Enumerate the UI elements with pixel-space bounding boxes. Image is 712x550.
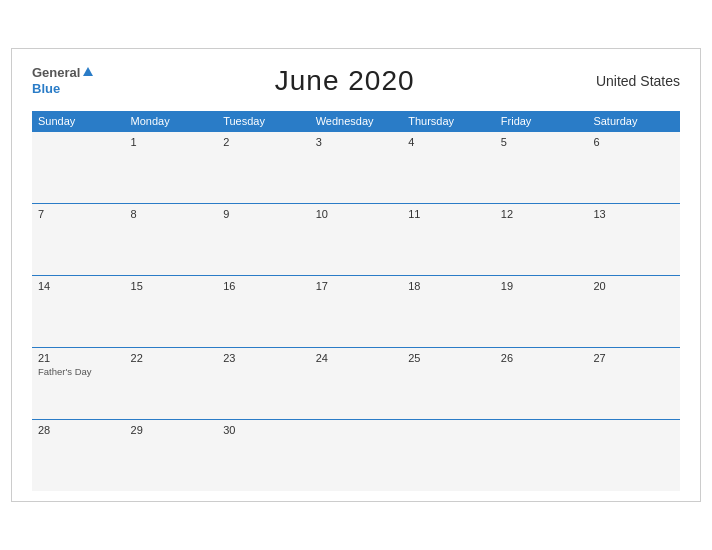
calendar-day-cell: 20	[587, 275, 680, 347]
calendar-day-cell: 13	[587, 203, 680, 275]
header-monday: Monday	[125, 111, 218, 132]
logo-blue-text: Blue	[32, 81, 60, 97]
calendar-day-cell: 9	[217, 203, 310, 275]
day-number: 11	[408, 208, 489, 220]
weekday-header-row: Sunday Monday Tuesday Wednesday Thursday…	[32, 111, 680, 132]
calendar-day-cell	[32, 131, 125, 203]
calendar-day-cell: 16	[217, 275, 310, 347]
calendar-week-row: 282930	[32, 419, 680, 491]
day-number: 10	[316, 208, 397, 220]
calendar-day-cell: 4	[402, 131, 495, 203]
calendar-day-cell	[495, 419, 588, 491]
day-number: 30	[223, 424, 304, 436]
calendar-day-cell: 19	[495, 275, 588, 347]
calendar-day-cell: 11	[402, 203, 495, 275]
day-number: 24	[316, 352, 397, 364]
day-number: 8	[131, 208, 212, 220]
day-number: 21	[38, 352, 119, 364]
calendar-day-cell: 27	[587, 347, 680, 419]
day-number: 9	[223, 208, 304, 220]
calendar-day-cell: 8	[125, 203, 218, 275]
day-number: 3	[316, 136, 397, 148]
calendar-day-cell: 29	[125, 419, 218, 491]
day-number: 17	[316, 280, 397, 292]
logo: General Blue	[32, 65, 93, 96]
logo-general-text: General	[32, 65, 80, 81]
header-tuesday: Tuesday	[217, 111, 310, 132]
day-number: 15	[131, 280, 212, 292]
day-number: 14	[38, 280, 119, 292]
calendar-day-cell: 23	[217, 347, 310, 419]
calendar-week-row: 21Father's Day222324252627	[32, 347, 680, 419]
calendar-day-cell: 6	[587, 131, 680, 203]
calendar-day-cell: 12	[495, 203, 588, 275]
day-number: 16	[223, 280, 304, 292]
calendar-day-cell: 5	[495, 131, 588, 203]
calendar-grid: Sunday Monday Tuesday Wednesday Thursday…	[32, 111, 680, 492]
calendar-day-cell: 26	[495, 347, 588, 419]
day-number: 18	[408, 280, 489, 292]
calendar-day-cell: 30	[217, 419, 310, 491]
calendar-day-cell: 15	[125, 275, 218, 347]
header-saturday: Saturday	[587, 111, 680, 132]
header-thursday: Thursday	[402, 111, 495, 132]
day-number: 22	[131, 352, 212, 364]
day-number: 2	[223, 136, 304, 148]
day-number: 12	[501, 208, 582, 220]
day-number: 23	[223, 352, 304, 364]
calendar-day-cell: 18	[402, 275, 495, 347]
calendar-day-cell	[587, 419, 680, 491]
header-friday: Friday	[495, 111, 588, 132]
calendar-day-cell: 22	[125, 347, 218, 419]
calendar-day-cell: 2	[217, 131, 310, 203]
logo-triangle-icon	[83, 67, 93, 76]
header-sunday: Sunday	[32, 111, 125, 132]
day-number: 6	[593, 136, 674, 148]
calendar-day-cell: 10	[310, 203, 403, 275]
calendar-day-cell	[402, 419, 495, 491]
day-number: 4	[408, 136, 489, 148]
calendar-week-row: 123456	[32, 131, 680, 203]
calendar-day-cell: 1	[125, 131, 218, 203]
calendar-day-cell: 28	[32, 419, 125, 491]
header-wednesday: Wednesday	[310, 111, 403, 132]
calendar-day-cell: 24	[310, 347, 403, 419]
calendar-header: General Blue June 2020 United States	[32, 65, 680, 97]
calendar-country: United States	[596, 73, 680, 89]
calendar-day-cell: 7	[32, 203, 125, 275]
day-number: 27	[593, 352, 674, 364]
calendar-container: General Blue June 2020 United States Sun…	[11, 48, 701, 503]
calendar-week-row: 78910111213	[32, 203, 680, 275]
calendar-day-cell: 17	[310, 275, 403, 347]
calendar-week-row: 14151617181920	[32, 275, 680, 347]
day-number: 1	[131, 136, 212, 148]
day-number: 20	[593, 280, 674, 292]
day-number: 25	[408, 352, 489, 364]
calendar-day-cell: 21Father's Day	[32, 347, 125, 419]
day-number: 26	[501, 352, 582, 364]
calendar-day-cell: 25	[402, 347, 495, 419]
calendar-title: June 2020	[275, 65, 415, 97]
day-number: 29	[131, 424, 212, 436]
calendar-day-cell	[310, 419, 403, 491]
calendar-day-cell: 3	[310, 131, 403, 203]
day-event: Father's Day	[38, 366, 119, 377]
day-number: 28	[38, 424, 119, 436]
day-number: 5	[501, 136, 582, 148]
day-number: 7	[38, 208, 119, 220]
calendar-day-cell: 14	[32, 275, 125, 347]
day-number: 19	[501, 280, 582, 292]
day-number: 13	[593, 208, 674, 220]
